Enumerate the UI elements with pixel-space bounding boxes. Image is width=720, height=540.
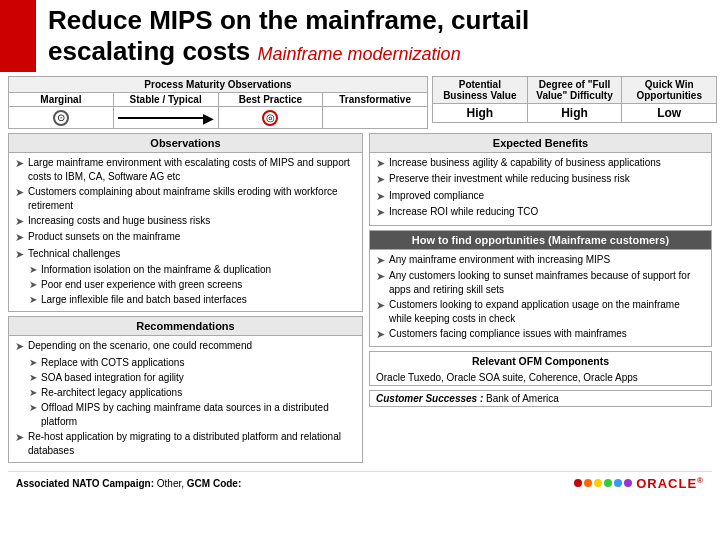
eb-bullet-2: ➤ Preserve their investment while reduci… xyxy=(376,172,705,187)
right-column: Expected Benefits ➤ Increase business ag… xyxy=(369,133,712,467)
rec-intro: ➤ Depending on the scenario, one could r… xyxy=(15,339,356,354)
oracle-ellipses xyxy=(574,479,632,487)
maturity-col-transformative: Transformative xyxy=(323,93,427,106)
htf-bullet-3: ➤ Customers looking to expand applicatio… xyxy=(376,298,705,326)
sub-bullet-arrow-icon: ➤ xyxy=(29,386,37,400)
sub-bullet-arrow-icon: ➤ xyxy=(29,278,37,292)
bullet-arrow-icon: ➤ xyxy=(376,253,385,268)
bullet-arrow-icon: ➤ xyxy=(15,430,24,445)
main-content: Process Maturity Observations Marginal S… xyxy=(0,72,720,499)
footer-campaign: Associated NATO Campaign: Other, GCM Cod… xyxy=(16,478,241,489)
campaign-value: Other, xyxy=(157,478,184,489)
arrow-shaft xyxy=(118,117,205,119)
header-text: Reduce MIPS on the mainframe, curtail es… xyxy=(36,0,541,72)
obs-bullet-3: ➤ Increasing costs and huge business ris… xyxy=(15,214,356,229)
potential-bv-value: High xyxy=(433,104,528,122)
quick-win-value: Low xyxy=(622,104,716,122)
expected-benefits-content: ➤ Increase business agility & capability… xyxy=(370,153,711,225)
difficulty-value: High xyxy=(528,104,623,122)
oracle-logo: ORACLE® xyxy=(574,476,704,491)
how-to-find-content: ➤ Any mainframe environment with increas… xyxy=(370,250,711,347)
bullet-arrow-icon: ➤ xyxy=(15,214,24,229)
bullet-arrow-icon: ➤ xyxy=(376,156,385,171)
expected-benefits-box: Expected Benefits ➤ Increase business ag… xyxy=(369,133,712,226)
htf-bullet-2: ➤ Any customers looking to sunset mainfr… xyxy=(376,269,705,297)
obs-sub-1: ➤ Information isolation on the mainframe… xyxy=(29,263,356,277)
maturity-col-marginal: Marginal xyxy=(9,93,114,106)
expected-benefits-title: Expected Benefits xyxy=(370,134,711,153)
maturity-col-stable: Stable / Typical xyxy=(114,93,219,106)
customer-box: Customer Successes : Bank of America xyxy=(369,390,712,407)
maturity-col-best: Best Practice xyxy=(219,93,324,106)
obs-sub-2: ➤ Poor end user experience with green sc… xyxy=(29,278,356,292)
rec-sub-4: ➤ Offload MIPS by caching mainframe data… xyxy=(29,401,356,429)
bullet-arrow-icon: ➤ xyxy=(15,230,24,245)
maturity-columns: Marginal Stable / Typical Best Practice … xyxy=(8,93,428,107)
bullet-arrow-icon: ➤ xyxy=(376,327,385,342)
header: Reduce MIPS on the mainframe, curtail es… xyxy=(0,0,720,72)
arrow-head: ▶ xyxy=(203,111,214,125)
arrow-cell: ▶ xyxy=(114,107,219,128)
sub-bullet-arrow-icon: ➤ xyxy=(29,263,37,277)
maturity-arrow: ▶ xyxy=(114,111,218,125)
rec-bullet-2: ➤ Re-host application by migrating to a … xyxy=(15,430,356,458)
obs-sub-3: ➤ Large inflexible file and batch based … xyxy=(29,293,356,307)
obs-bullet-2: ➤ Customers complaining about mainframe … xyxy=(15,185,356,213)
bullet-arrow-icon: ➤ xyxy=(376,269,385,284)
obs-bullet-4: ➤ Product sunsets on the mainframe xyxy=(15,230,356,245)
maturity-table: Process Maturity Observations Marginal S… xyxy=(8,76,428,129)
sub-bullet-arrow-icon: ➤ xyxy=(29,293,37,307)
oracle-dot-yellow xyxy=(594,479,602,487)
current-circle: ⊙ xyxy=(53,110,69,126)
how-to-find-title: How to find opportunities (Mainframe cus… xyxy=(370,231,711,250)
bullet-arrow-icon: ➤ xyxy=(15,339,24,354)
target-circle: ◎ xyxy=(262,110,278,126)
quick-win-header: Quick Win Opportunities xyxy=(622,77,716,103)
bullet-arrow-icon: ➤ xyxy=(15,247,24,262)
bullet-arrow-icon: ➤ xyxy=(15,185,24,200)
eb-bullet-1: ➤ Increase business agility & capability… xyxy=(376,156,705,171)
footer: Associated NATO Campaign: Other, GCM Cod… xyxy=(8,471,712,495)
oracle-dot-orange xyxy=(584,479,592,487)
bullet-arrow-icon: ➤ xyxy=(15,156,24,171)
maturity-icons-row: ⊙ ▶ ◎ xyxy=(8,107,428,129)
recommendations-box: Recommendations ➤ Depending on the scena… xyxy=(8,316,363,462)
maturity-row: Process Maturity Observations Marginal S… xyxy=(8,76,712,129)
rec-sub-2: ➤ SOA based integration for agility xyxy=(29,371,356,385)
observations-content: ➤ Large mainframe environment with escal… xyxy=(9,153,362,311)
obs-bullet-1: ➤ Large mainframe environment with escal… xyxy=(15,156,356,184)
value-data-row: High High Low xyxy=(432,104,717,123)
sub-bullet-arrow-icon: ➤ xyxy=(29,401,37,415)
how-to-find-box: How to find opportunities (Mainframe cus… xyxy=(369,230,712,348)
observations-title: Observations xyxy=(9,134,362,153)
left-column: Observations ➤ Large mainframe environme… xyxy=(8,133,363,467)
target-position-icon: ◎ xyxy=(219,107,324,128)
difficulty-header: Degree of "Full Value" Difficulty xyxy=(528,77,623,103)
sub-bullet-arrow-icon: ➤ xyxy=(29,356,37,370)
observations-box: Observations ➤ Large mainframe environme… xyxy=(8,133,363,312)
value-headers: Potential Business Value Degree of "Full… xyxy=(432,76,717,129)
customer-label: Customer Successes : xyxy=(376,393,483,404)
eb-bullet-4: ➤ Increase ROI while reducing TCO xyxy=(376,205,705,220)
rec-sub-3: ➤ Re-architect legacy applications xyxy=(29,386,356,400)
red-bar xyxy=(0,0,36,72)
obs-bullet-5: ➤ Technical challenges xyxy=(15,247,356,262)
rec-sub-1: ➤ Replace with COTS applications xyxy=(29,356,356,370)
oracle-wordmark: ORACLE® xyxy=(636,476,704,491)
oracle-dot-blue xyxy=(614,479,622,487)
maturity-group-label: Process Maturity Observations xyxy=(9,77,427,92)
ofm-box: Relevant OFM Components Oracle Tuxedo, O… xyxy=(369,351,712,386)
bullet-arrow-icon: ➤ xyxy=(376,172,385,187)
bullet-arrow-icon: ➤ xyxy=(376,205,385,220)
htf-bullet-1: ➤ Any mainframe environment with increas… xyxy=(376,253,705,268)
oracle-dot-purple xyxy=(624,479,632,487)
gcm-label: GCM Code: xyxy=(187,478,241,489)
page-subtitle: Mainframe modernization xyxy=(258,44,461,64)
page-title: Reduce MIPS on the mainframe, curtail es… xyxy=(48,5,529,67)
empty-cell xyxy=(323,107,427,128)
htf-bullet-4: ➤ Customers facing compliance issues wit… xyxy=(376,327,705,342)
oracle-dot-red xyxy=(574,479,582,487)
ofm-content: Oracle Tuxedo, Oracle SOA suite, Coheren… xyxy=(370,370,711,385)
bullet-arrow-icon: ➤ xyxy=(376,189,385,204)
value-header-row: Potential Business Value Degree of "Full… xyxy=(432,76,717,104)
